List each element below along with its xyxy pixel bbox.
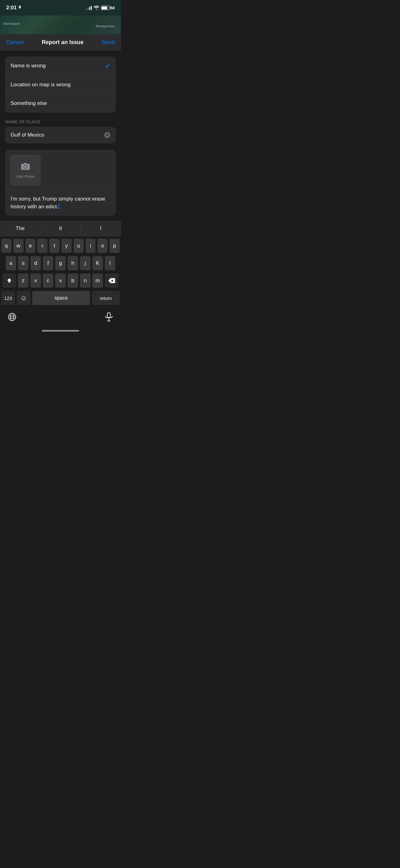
key-h[interactable]: h — [68, 256, 78, 270]
shift-icon — [6, 278, 12, 284]
space-key[interactable]: space — [32, 291, 90, 305]
status-time: 2:01 — [6, 5, 22, 11]
place-input-value: Gulf of Mexico — [10, 132, 44, 138]
key-row-2: a s d f g h j K l — [1, 256, 120, 270]
place-input[interactable]: Gulf of Mexico ✕ — [5, 127, 116, 144]
key-y[interactable]: y — [61, 239, 72, 253]
wifi-icon — [94, 6, 99, 10]
status-bar: 2:01 58 — [0, 0, 121, 16]
suggestion-the[interactable]: The — [0, 221, 40, 236]
key-a[interactable]: a — [6, 256, 16, 270]
microphone-icon[interactable] — [104, 312, 113, 321]
key-w[interactable]: w — [13, 239, 24, 253]
svg-rect-6 — [107, 313, 110, 318]
battery: 58 — [101, 6, 115, 10]
suggestion-i[interactable]: I — [80, 221, 121, 236]
key-u[interactable]: u — [73, 239, 84, 253]
key-d[interactable]: d — [30, 256, 41, 270]
cancel-button[interactable]: Cancel — [6, 39, 24, 45]
key-j[interactable]: j — [80, 256, 91, 270]
nav-bar: Cancel Report an Issue Send — [0, 34, 121, 50]
option-something-else[interactable]: Something else — [5, 94, 116, 113]
add-photo-label: Add Photo — [16, 174, 35, 179]
suggestion-it[interactable]: It — [40, 221, 80, 236]
options-list: Name is wrong ✓ Location on map is wrong… — [5, 57, 116, 113]
key-c[interactable]: c — [43, 274, 53, 288]
home-indicator — [0, 328, 121, 334]
key-b[interactable]: b — [68, 274, 78, 288]
page-title: Report an Issue — [41, 39, 84, 45]
key-s[interactable]: s — [18, 256, 29, 270]
suggestions-bar: The It I — [0, 221, 121, 236]
send-button[interactable]: Send — [102, 39, 115, 45]
add-photo-button[interactable]: Add Photo — [10, 155, 41, 186]
key-i[interactable]: i — [86, 239, 96, 253]
shift-key[interactable] — [2, 274, 16, 288]
text-input-area[interactable]: I'm sorry, but Trump simply cannot erase… — [5, 191, 116, 216]
location-icon — [18, 6, 22, 10]
key-l[interactable]: l — [105, 256, 115, 270]
map-label-shreveport: Shreveport — [3, 22, 20, 26]
bottom-bar — [0, 310, 121, 328]
key-t[interactable]: t — [49, 239, 60, 253]
key-e[interactable]: e — [26, 239, 36, 253]
key-p[interactable]: p — [109, 239, 120, 253]
clear-input-button[interactable]: ✕ — [104, 132, 110, 138]
checkmark-icon: ✓ — [105, 62, 110, 69]
option-name-is-wrong[interactable]: Name is wrong ✓ — [5, 57, 116, 75]
option-label: Name is wrong — [10, 63, 45, 69]
key-g[interactable]: g — [55, 256, 66, 270]
keyboard-rows: q w e r t y u i o p a s d f g h j K l — [0, 236, 121, 310]
key-row-4: 123 ☺ space return — [1, 291, 120, 305]
key-row-1: q w e r t y u i o p — [1, 239, 120, 253]
delete-key[interactable] — [105, 274, 119, 288]
signal-bars — [86, 6, 92, 10]
key-f[interactable]: f — [43, 256, 53, 270]
key-q[interactable]: q — [1, 239, 11, 253]
option-label: Something else — [10, 100, 47, 106]
return-key[interactable]: return — [92, 291, 120, 305]
home-bar — [42, 330, 79, 332]
key-row-3: z x c v b n m — [1, 274, 120, 288]
key-r[interactable]: r — [37, 239, 47, 253]
option-location-wrong[interactable]: Location on map is wrong — [5, 75, 116, 94]
status-icons: 58 — [86, 6, 115, 10]
text-content: I'm sorry, but Trump simply cannot erase… — [10, 196, 105, 210]
key-m[interactable]: m — [92, 274, 103, 288]
map-background: Shreveport Montgomery — [0, 16, 121, 34]
key-v[interactable]: v — [55, 274, 66, 288]
clear-icon: ✕ — [106, 133, 109, 137]
numbers-key[interactable]: 123 — [1, 291, 15, 305]
key-x[interactable]: x — [30, 274, 41, 288]
svg-point-0 — [24, 165, 27, 168]
delete-icon — [108, 278, 115, 283]
key-z[interactable]: z — [18, 274, 29, 288]
key-k[interactable]: K — [92, 256, 103, 270]
content-area: Add Photo I'm sorry, but Trump simply ca… — [5, 150, 116, 216]
key-o[interactable]: o — [97, 239, 108, 253]
emoji-key[interactable]: ☺ — [17, 291, 30, 305]
text-cursor — [59, 204, 59, 209]
map-label-montgomery: Montgomery — [96, 24, 115, 28]
photo-row: Add Photo — [5, 150, 116, 191]
camera-icon — [21, 162, 30, 172]
globe-icon[interactable] — [7, 312, 17, 321]
option-label: Location on map is wrong — [10, 82, 71, 88]
name-of-place-label: NAME OF PLACE — [6, 120, 115, 124]
key-n[interactable]: n — [80, 274, 91, 288]
keyboard: The It I q w e r t y u i o p a s d f g h… — [0, 221, 121, 310]
